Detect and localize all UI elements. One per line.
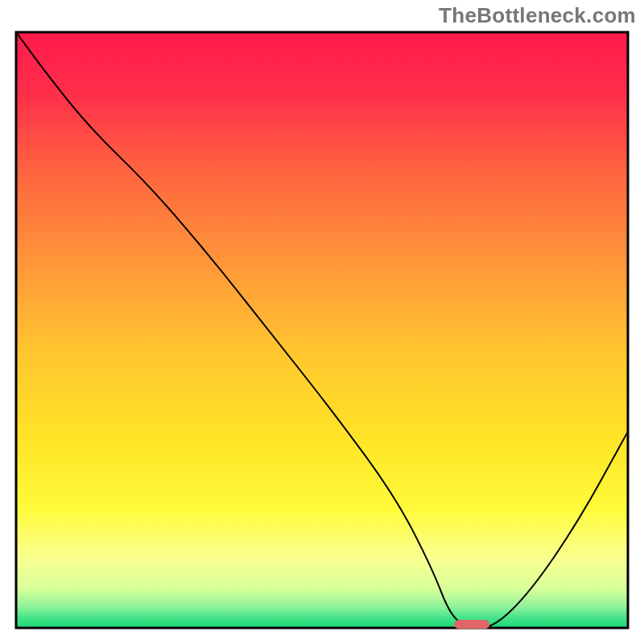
plot-background bbox=[16, 32, 628, 628]
watermark-text: TheBottleneck.com bbox=[439, 3, 636, 28]
bottleneck-chart bbox=[0, 0, 644, 644]
figure-container: TheBottleneck.com bbox=[0, 0, 644, 644]
target-bar-marker bbox=[454, 620, 489, 629]
